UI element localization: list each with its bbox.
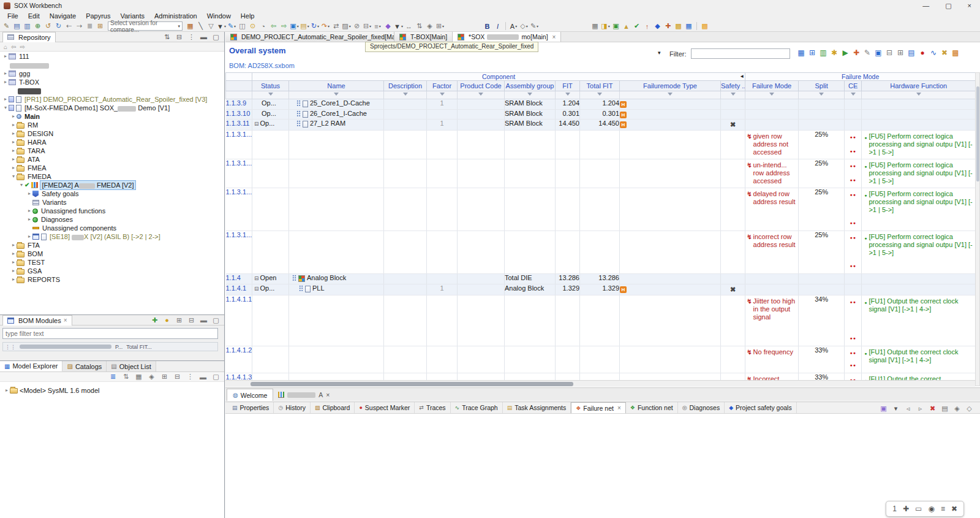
toolbar-icon[interactable]: ≣ (108, 372, 118, 381)
toolbar-icon[interactable]: ⇢ (75, 21, 84, 31)
toolbar-icon[interactable]: ▦ (134, 372, 143, 381)
vertical-scrollbar[interactable] (975, 72, 980, 386)
toolbar-icon[interactable]: ▥ (23, 21, 32, 31)
expander-icon[interactable]: ▸ (10, 249, 17, 258)
drag-handle-icon[interactable]: ⋮⋮ (5, 344, 16, 350)
toolbar-icon[interactable]: ▩ (700, 21, 709, 31)
toolbar-icon[interactable]: ⊞ (96, 21, 105, 31)
column-header-safety-[interactable]: Safety ... (721, 81, 745, 91)
toolbar-icon[interactable]: ↻ (54, 21, 63, 31)
row-expander-icon[interactable]: ⊟ (254, 121, 259, 127)
tab-diagnoses[interactable]: ◎Diagnoses (678, 402, 725, 413)
bom-modules-tab[interactable]: BOM Modules × (2, 315, 72, 326)
toolbar-icon[interactable]: ≡▾ (373, 21, 382, 31)
expander-icon[interactable]: ▸ (10, 164, 17, 172)
toolbar-icon[interactable]: ⋮ (186, 372, 195, 381)
table-row[interactable]: 1.1.3.9Op...25_Core1_D-Cache1SRAM Block1… (226, 99, 976, 110)
filter-funnel-icon[interactable] (769, 93, 774, 98)
tree-item[interactable]: ▸FTA (0, 241, 224, 249)
close-icon[interactable]: × (326, 391, 330, 398)
toolbar-icon[interactable]: ▤ (907, 48, 916, 58)
filter-funnel-icon[interactable] (916, 93, 921, 98)
toolbar-icon[interactable]: ▤ (12, 21, 21, 31)
toolbar-icon[interactable]: ⊞ (807, 48, 817, 58)
expander-icon[interactable]: ▸ (26, 189, 32, 198)
toolbar-icon[interactable]: ↻▾ (311, 21, 320, 31)
expander-icon[interactable]: ▸ (10, 129, 17, 138)
toolbar-icon[interactable]: ✱ (829, 48, 839, 58)
toolbar-icon[interactable]: ⊞ (160, 372, 169, 381)
toolbar-icon[interactable]: ▲ (622, 21, 631, 31)
column-header-hardware-function[interactable]: Hardware Function (862, 81, 976, 91)
expander-icon[interactable]: ▸ (10, 155, 17, 164)
expander-icon[interactable]: ▸ (26, 215, 32, 224)
filter-funnel-icon[interactable] (403, 93, 408, 98)
toolbar-icon[interactable]: ✚ (150, 316, 159, 325)
expander-icon[interactable]: ▾ (2, 104, 9, 112)
toolbar-icon[interactable]: ▢ (211, 316, 221, 325)
toolbar-icon[interactable]: ↑ (643, 21, 652, 31)
toolbar-icon[interactable]: ∿ (929, 48, 938, 58)
column-header-failure-mode[interactable]: Failure Mode (745, 81, 799, 91)
toolbar-icon[interactable]: ▦ (796, 48, 806, 58)
editor-tab-0[interactable]: DEMO_PROJECT_Automatic_Rear_Spoiler_fixe… (225, 32, 394, 42)
ce-dots-icon[interactable]: ●● (850, 234, 856, 242)
close-icon[interactable]: × (552, 34, 556, 40)
filter-funnel-icon[interactable] (478, 93, 483, 98)
tree-item[interactable]: ▸Unassigned functions (0, 207, 224, 215)
column-header-factor[interactable]: Factor (427, 81, 458, 91)
tree-item[interactable]: ▸ggg (0, 69, 224, 78)
toolbar-icon[interactable]: ▣ (611, 21, 620, 31)
toolbar-icon[interactable]: ▽ (206, 21, 216, 31)
tree-item[interactable]: ▸REPORTS (0, 275, 224, 284)
tree-item[interactable]: ▸RM (0, 121, 224, 129)
close-icon[interactable]: × (64, 317, 67, 324)
zoom-tool-icon[interactable]: ✚ (903, 505, 909, 513)
zoom-tool-icon[interactable]: ▭ (915, 505, 922, 513)
minimize-button[interactable]: — (922, 2, 929, 10)
menu-papyrus[interactable]: Papyrus (81, 12, 115, 20)
table-row[interactable]: 1.1.3.11⊟Op...27_L2 RAM1SRAM Block14.450… (226, 120, 976, 131)
collapse-caret-icon[interactable]: ▾ (658, 50, 661, 56)
expander-icon[interactable]: ▸ (10, 112, 17, 121)
toolbar-icon[interactable]: ⊟▾ (363, 21, 372, 31)
expander-icon[interactable]: ▸ (2, 69, 9, 78)
toolbar-icon[interactable]: ● (162, 316, 172, 325)
row-expander-icon[interactable]: ⊟ (254, 275, 259, 281)
expander-icon[interactable]: ▾ (18, 181, 24, 189)
toolbar-icon[interactable]: ▬ (198, 372, 208, 381)
horizontal-scrollbar[interactable] (225, 380, 975, 387)
table-row[interactable]: 1.1.3.1...↯delayed row address result25%… (226, 188, 976, 231)
ce-dots-icon[interactable]: ●● (850, 176, 856, 184)
zoom-tool-icon[interactable]: ✖ (951, 505, 957, 513)
toolbar-icon[interactable]: ↷▾ (321, 21, 330, 31)
safety-x-icon[interactable]: ✖ (721, 284, 745, 295)
toolbar-icon[interactable]: ✎▾ (227, 21, 236, 31)
tree-item[interactable]: ▸BOM (0, 249, 224, 258)
tab-task-assignments[interactable]: ▤Task Assignments (503, 402, 571, 413)
tab-history[interactable]: ◷History (274, 402, 311, 413)
close-button[interactable]: × (968, 2, 971, 10)
toolbar-icon[interactable]: ◆ (383, 21, 393, 31)
toolbar-icon[interactable]: ⊟ (884, 48, 894, 58)
welcome-tab[interactable]: ◍ Welcome (227, 389, 273, 401)
toolbar-icon[interactable]: ⊘ (352, 21, 361, 31)
toolbar-icon[interactable]: ▬ (199, 32, 208, 42)
expander-icon[interactable]: ▸ (26, 232, 32, 241)
tab-catalogs[interactable]: ▨Catalogs (62, 361, 107, 371)
compare-version-select[interactable]: Select version for compare...▾ (108, 21, 183, 31)
row-expander-icon[interactable]: ⊟ (254, 286, 259, 292)
bom-filter-input[interactable] (2, 328, 218, 339)
ce-dots-icon[interactable]: ●● (850, 191, 856, 199)
toolbar-icon[interactable]: ⇄ (331, 21, 341, 31)
expander-icon[interactable]: ▾ (10, 172, 17, 181)
zoom-tool-icon[interactable]: ≡ (941, 505, 945, 513)
nav-icon[interactable]: ⇦ (11, 44, 16, 50)
toolbar-icon[interactable]: ▬ (199, 316, 208, 325)
toolbar-icon[interactable]: ✎▾ (530, 21, 539, 31)
toolbar-icon[interactable]: ▾ (891, 404, 900, 413)
toolbar-icon[interactable]: ✚ (663, 21, 673, 31)
toolbar-icon[interactable]: ◇▾ (519, 21, 529, 31)
tab-trace-graph[interactable]: ∿Trace Graph (451, 402, 503, 413)
toolbar-icon[interactable]: ⊞ (175, 316, 184, 325)
